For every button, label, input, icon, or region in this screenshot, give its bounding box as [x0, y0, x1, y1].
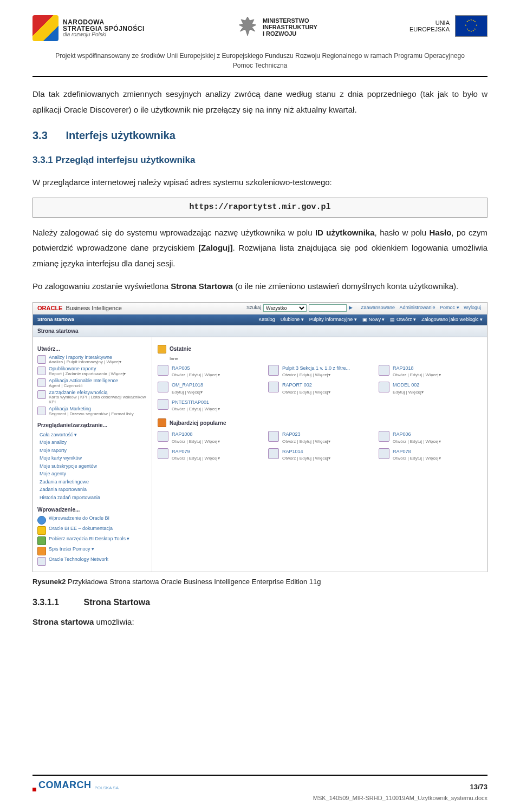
nss-line3: dla rozwoju Polski	[63, 32, 145, 37]
browse-link[interactable]: Moje subskrypcje agentów	[40, 463, 147, 470]
paragraph-2: W przeglądarce internetowej należy wpisa…	[32, 175, 487, 191]
intro-item[interactable]: Oracle BI EE – dokumentacja	[37, 526, 147, 535]
subheader-l1: Projekt współfinansowany ze środków Unii…	[32, 51, 487, 61]
search-scope-select[interactable]: Wszystko	[263, 304, 307, 312]
catalog-item[interactable]: PNTESTRAP001Otwórz | Edytuj | Więcej▾	[158, 399, 261, 413]
comarch-sub: POLSKA SA	[95, 785, 119, 791]
catalog-item[interactable]: RAPORT 002Otwórz | Edytuj | Więcej▾	[268, 382, 371, 396]
catalog-item[interactable]: RAP1018Otwórz | Edytuj | Więcej▾	[379, 365, 482, 379]
browse-link[interactable]: Moje karty wyników	[40, 455, 147, 462]
paragraph-5: Strona startowa umożliwia:	[32, 614, 487, 630]
catalog-item[interactable]: RAP1014Otwórz | Edytuj | Więcej▾	[268, 448, 371, 462]
link-help[interactable]: Pomoc ▾	[440, 305, 459, 310]
nav-open[interactable]: ▤ Otwórz ▾	[390, 316, 416, 324]
browse-link[interactable]: Moje analizy	[40, 439, 147, 447]
intro-item-text: Spis treści Pomocy ▾	[49, 547, 94, 552]
ministry-l1: MINISTERSTWO	[263, 17, 317, 24]
ss-body: Utwórz... Analizy i raporty interaktywne…	[33, 337, 487, 572]
catalog-item-icon	[268, 448, 279, 459]
catalog-item[interactable]: RAP1008Otwórz | Edytuj | Więcej▾	[158, 431, 261, 445]
browse-link[interactable]: Moje raporty	[40, 447, 147, 455]
catalog-item[interactable]: RAP006Otwórz | Edytuj | Więcej▾	[379, 431, 482, 445]
create-item[interactable]: Analizy i raporty interaktywneAnaliza | …	[37, 355, 147, 365]
catalog-item-icon	[379, 382, 389, 392]
browse-link[interactable]: Moje agenty	[40, 470, 147, 478]
heading-3-3-1-1-num: 3.3.1.1	[32, 596, 81, 609]
nav-dashboards[interactable]: Pulpity informacyjne ▾	[309, 316, 357, 324]
link-logout[interactable]: Wyloguj	[464, 305, 481, 310]
catalog-item[interactable]: RAP023Otwórz | Edytuj | Więcej▾	[268, 431, 371, 445]
page-footer: COMARCH POLSKA SA 13/73 MSK_140509_MIR-S…	[32, 775, 487, 803]
heading-3-3-1: 3.3.1 Przegląd interfejsu użytkownika	[32, 153, 487, 167]
intro-item[interactable]: Oracle Technology Network	[37, 557, 147, 566]
panel-browse: Przeglądanie/zarządzanie...	[37, 421, 147, 429]
intro-item[interactable]: Spis treści Pomocy ▾	[37, 547, 147, 555]
create-item[interactable]: Aplikacja Actionable IntelligenceAgent |…	[37, 378, 147, 389]
catalog-item[interactable]: RAP078Otwórz | Edytuj | Więcej▾	[379, 448, 482, 462]
catalog-item[interactable]: MODEL 002Edytuj | Więcej▾	[379, 382, 482, 396]
catalog-item-icon	[268, 431, 279, 442]
figure-caption: Rysunek2 Przykładowa Strona startowa Ora…	[32, 577, 487, 587]
intro-item-icon	[37, 536, 46, 545]
eagle-icon	[237, 15, 258, 39]
catalog-item[interactable]: RAP005Otwórz | Edytuj | Więcej▾	[158, 365, 261, 379]
nav-favorites[interactable]: Ulubione ▾	[281, 316, 304, 324]
catalog-item-icon	[268, 382, 279, 392]
catalog-item[interactable]: OM_RAP1018Edytuj | Więcej▾	[158, 382, 261, 396]
create-item-text: Zarządzanie efektywnościąKarta wyników |…	[49, 390, 147, 405]
intro-item[interactable]: Wprowadzenie do Oracle BI	[37, 516, 147, 525]
comarch-word: COMARCH	[38, 778, 92, 793]
catalog-item[interactable]: Pulpit 3 Sekcja 1 v. 1.0 z filtre...Otwó…	[268, 365, 371, 379]
nav-home[interactable]: Strona startowa	[37, 316, 74, 324]
browse-link[interactable]: Zadania marketingowe	[40, 479, 147, 486]
catalog-item-icon	[158, 382, 168, 392]
popular-icon	[158, 418, 166, 427]
heading-3-3-num: 3.3	[32, 127, 63, 143]
ss-topbar: ORACLE Business Intelligence Szukaj Wszy…	[33, 303, 487, 315]
paragraph-1: Dla tak zdefiniowanych zmiennych sesyjny…	[32, 87, 487, 117]
eu-text: UNIA EUROPEJSKA	[410, 19, 450, 32]
create-item-icon	[37, 378, 46, 387]
browse-link[interactable]: Cała zawartość ▾	[40, 431, 147, 439]
link-admin[interactable]: Administrowanie	[399, 305, 435, 310]
create-item[interactable]: Zarządzanie efektywnościąKarta wyników |…	[37, 390, 147, 405]
footer-divider	[32, 775, 487, 776]
browse-link[interactable]: Zadania raportowania	[40, 486, 147, 494]
oracle-bi-screenshot: ORACLE Business Intelligence Szukaj Wszy…	[32, 302, 487, 573]
search-label: Szukaj	[246, 304, 261, 312]
catalog-item-icon	[379, 431, 389, 442]
create-item[interactable]: Aplikacja MarketingSegment | Drzewo segm…	[37, 407, 147, 417]
create-item-icon	[37, 390, 46, 399]
nav-loggedin[interactable]: Zalogowano jako weblogic ▾	[421, 316, 483, 324]
heading-3-3: 3.3 Interfejs użytkownika	[32, 127, 487, 143]
svg-text:★: ★	[468, 29, 470, 32]
subheader-l2: Pomoc Techniczna	[32, 61, 487, 70]
intro-item-text: Pobierz narzędzia BI Desktop Tools ▾	[49, 536, 129, 542]
header-logos: NARODOWA STRATEGIA SPÓJNOŚCI dla rozwoju…	[32, 15, 487, 41]
ss-blank-space	[158, 463, 482, 555]
section-recent: Ostatnie	[158, 345, 482, 353]
catalog-item-icon	[379, 448, 389, 459]
panel-create: Utwórz...	[37, 345, 147, 353]
ss-active-tab: Strona startowa	[33, 325, 487, 337]
ss-navbar: Strona startowa Katalog Ulubione ▾ Pulpi…	[33, 315, 487, 325]
search-go-icon[interactable]: ▶	[349, 304, 353, 312]
comarch-square-icon	[32, 788, 36, 791]
create-item-text: Analizy i raporty interaktywneAnaliza | …	[49, 355, 121, 365]
nav-new[interactable]: ▣ Nowy ▾	[362, 316, 385, 324]
create-item-text: Aplikacja MarketingSegment | Drzewo segm…	[49, 407, 134, 417]
catalog-item-icon	[158, 448, 168, 459]
create-item-text: Opublikowane raportyRaport | Zadanie rap…	[49, 366, 126, 377]
ss-search: Szukaj Wszystko ▶ Zaawansowane Administr…	[246, 304, 483, 312]
catalog-item[interactable]: RAP079Otwórz | Edytuj | Więcej▾	[158, 448, 261, 462]
logo-nss: NARODOWA STRATEGIA SPÓJNOŚCI dla rozwoju…	[32, 15, 145, 41]
create-item[interactable]: Opublikowane raportyRaport | Zadanie rap…	[37, 366, 147, 377]
intro-item[interactable]: Pobierz narzędzia BI Desktop Tools ▾	[37, 536, 147, 545]
nav-catalog[interactable]: Katalog	[258, 316, 275, 324]
nss-graphic-icon	[32, 15, 58, 41]
search-input[interactable]	[309, 304, 347, 312]
browse-link[interactable]: Historia zadań raportowania	[40, 494, 147, 502]
heading-3-3-title: Interfejs użytkownika	[66, 129, 176, 141]
intro-item-icon	[37, 526, 46, 535]
link-advanced[interactable]: Zaawansowane	[361, 305, 395, 310]
